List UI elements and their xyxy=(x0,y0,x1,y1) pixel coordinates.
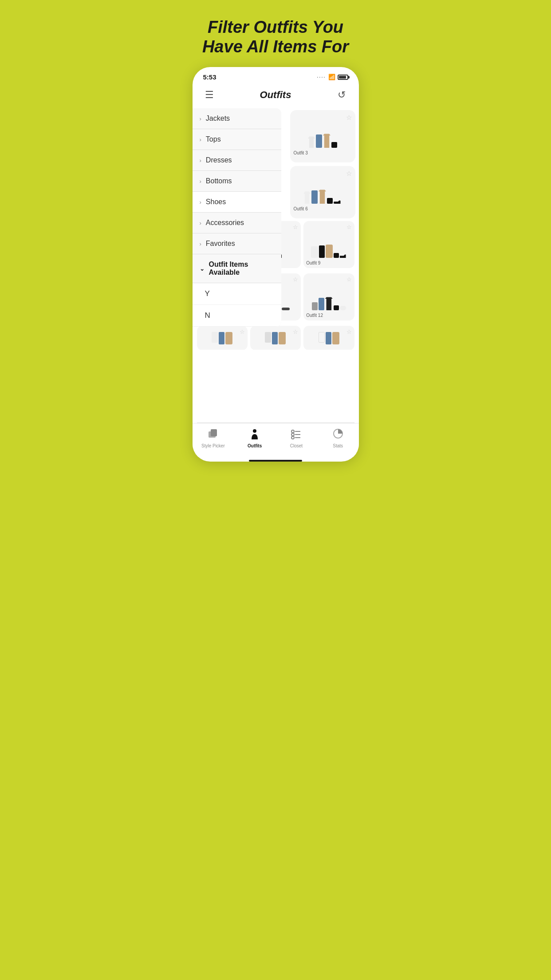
filter-bottoms[interactable]: › Bottoms xyxy=(193,171,281,192)
chevron-right-icon: › xyxy=(200,220,201,226)
outfits-row-3-partial: ☆ ☆ xyxy=(193,323,359,350)
chevron-right-icon: › xyxy=(200,136,201,143)
wifi-icon: 📶 xyxy=(328,74,335,80)
svg-point-7 xyxy=(291,436,294,439)
favorite-icon-12[interactable]: ☆ xyxy=(346,276,352,283)
outfit-12-image xyxy=(306,276,351,312)
page-headline: Filter Outfits You Have All Items For xyxy=(184,9,367,67)
outfit-card-12[interactable]: ☆ Outfit 12 xyxy=(303,273,354,320)
outfit-card-15[interactable]: ☆ xyxy=(303,326,354,350)
filter-option-n-label: N xyxy=(205,311,210,320)
filter-section-label: Outfit Items Available xyxy=(209,261,274,277)
tab-outfits-label: Outfits xyxy=(248,443,262,448)
closet-icon xyxy=(291,428,302,442)
nav-title: Outfits xyxy=(260,89,291,101)
filter-dresses-label: Dresses xyxy=(206,156,232,164)
filter-dresses[interactable]: › Dresses xyxy=(193,150,281,171)
outfits-icon xyxy=(249,428,260,442)
tab-stats-label: Stats xyxy=(333,443,343,448)
filter-option-y[interactable]: Y xyxy=(193,283,281,305)
filter-option-n[interactable]: N xyxy=(193,305,281,327)
menu-icon[interactable]: ☰ xyxy=(201,87,217,103)
filter-shoes-label: Shoes xyxy=(206,198,226,206)
home-indicator xyxy=(249,460,302,462)
filter-shoes[interactable]: › Shoes xyxy=(193,192,281,213)
chevron-down-icon: ⌄ xyxy=(200,265,205,272)
stats-icon xyxy=(332,428,344,442)
status-time: 5:53 xyxy=(203,73,216,81)
filter-accessories-label: Accessories xyxy=(206,219,244,227)
outfit-6-label: Outfit 6 xyxy=(294,205,352,211)
filter-tops-label: Tops xyxy=(206,135,221,143)
outfit-3-label: Outfit 3 xyxy=(294,149,352,155)
phone-frame: 5:53 ···· 📶 ☰ Outfits ↺ xyxy=(193,67,359,462)
outfit-card-6[interactable]: ☆ Outfit 6 xyxy=(290,166,355,218)
favorite-icon-6[interactable]: ☆ xyxy=(346,170,352,178)
filter-jackets-label: Jackets xyxy=(206,115,230,122)
outfit-card-9[interactable]: ☆ Outfit 9 xyxy=(303,221,354,268)
tab-style-picker-label: Style Picker xyxy=(201,443,225,448)
status-icons: ···· 📶 xyxy=(317,74,348,80)
filter-favorites[interactable]: › Favorites xyxy=(193,233,281,254)
chevron-right-icon: › xyxy=(200,241,201,247)
favorite-icon-11[interactable]: ☆ xyxy=(293,276,298,283)
nav-bar: ☰ Outfits ↺ xyxy=(193,83,359,108)
favorite-icon-8[interactable]: ☆ xyxy=(293,224,298,230)
favorite-icon-14[interactable]: ☆ xyxy=(293,328,298,335)
outfit-6-image xyxy=(294,170,352,205)
favorite-icon-15[interactable]: ☆ xyxy=(346,328,352,335)
svg-point-2 xyxy=(253,429,256,433)
tab-closet[interactable]: Closet xyxy=(276,428,317,448)
svg-point-3 xyxy=(291,430,294,433)
right-partial-outfits: ☆ Outfit 3 ☆ xyxy=(290,108,359,222)
signal-dots-icon: ···· xyxy=(317,75,326,80)
favorite-icon-13[interactable]: ☆ xyxy=(240,328,245,335)
content-area: › Jackets › Tops › Dresses › Bottoms › xyxy=(193,108,359,419)
chevron-right-icon: › xyxy=(200,178,201,185)
page-wrapper: Filter Outfits You Have All Items For 5:… xyxy=(184,9,367,462)
outfit-9-image xyxy=(306,224,351,259)
outfit-12-label: Outfit 12 xyxy=(306,312,351,318)
svg-point-5 xyxy=(291,433,294,436)
outfit-3-image xyxy=(294,114,352,149)
outfit-card-14[interactable]: ☆ xyxy=(250,326,301,350)
filter-bottoms-label: Bottoms xyxy=(206,177,232,185)
svg-rect-1 xyxy=(211,429,217,436)
filter-tops[interactable]: › Tops xyxy=(193,129,281,150)
tab-outfits[interactable]: Outfits xyxy=(234,428,276,448)
refresh-icon[interactable]: ↺ xyxy=(334,87,350,103)
chevron-right-icon: › xyxy=(200,157,201,164)
chevron-right-icon: › xyxy=(200,115,201,122)
outfit-9-label: Outfit 9 xyxy=(306,259,351,265)
filter-sidebar: › Jackets › Tops › Dresses › Bottoms › xyxy=(193,108,281,327)
filter-accessories[interactable]: › Accessories xyxy=(193,213,281,233)
filter-jackets[interactable]: › Jackets xyxy=(193,108,281,129)
filter-outfit-items-available[interactable]: ⌄ Outfit Items Available xyxy=(193,254,281,283)
filter-favorites-label: Favorites xyxy=(206,240,235,248)
battery-icon xyxy=(338,75,348,80)
tab-style-picker[interactable]: Style Picker xyxy=(193,428,234,448)
favorite-icon-9[interactable]: ☆ xyxy=(346,224,352,230)
tab-bar: Style Picker Outfits xyxy=(193,423,359,457)
chevron-right-icon: › xyxy=(200,199,201,205)
filter-option-y-label: Y xyxy=(205,289,210,298)
outfit-card-3[interactable]: ☆ Outfit 3 xyxy=(290,110,355,162)
style-picker-icon xyxy=(207,428,219,442)
outfit-card-13[interactable]: ☆ xyxy=(197,326,248,350)
tab-stats[interactable]: Stats xyxy=(317,428,359,448)
tab-closet-label: Closet xyxy=(290,443,303,448)
favorite-icon-3[interactable]: ☆ xyxy=(346,114,352,122)
status-bar: 5:53 ···· 📶 xyxy=(193,67,359,83)
